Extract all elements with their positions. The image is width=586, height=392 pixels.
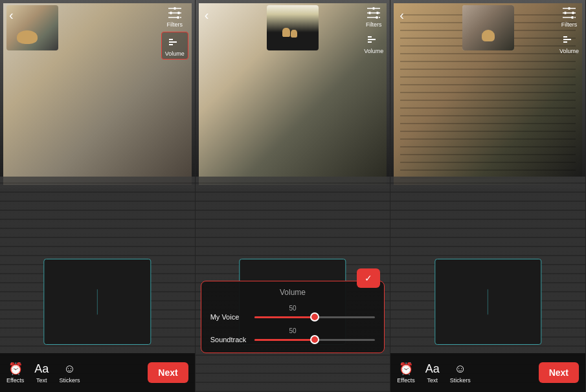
volume-button-3[interactable]: Volume [559,32,579,54]
trackpad-line-3 [488,289,488,314]
back-button-2[interactable]: ‹ [202,5,212,25]
filters-label-1: Filters [166,21,183,28]
filters-button-1[interactable]: Filters [166,5,183,28]
svg-point-9 [177,16,179,19]
my-voice-thumb [310,312,319,321]
effects-button-1[interactable]: ⏰ Effects [6,362,24,384]
back-button-1[interactable]: ‹ [6,5,16,25]
svg-point-13 [372,7,375,10]
trackpad-1 [44,259,151,345]
trackpad-3 [434,259,541,345]
panel-3: ‹ Filters [390,0,586,392]
soundtrack-label: Soundtrack [210,336,249,343]
soundtrack-label-row: Soundtrack [210,336,376,343]
svg-point-0 [174,7,176,10]
stickers-label-1: Stickers [59,377,80,384]
stickers-icon-1: ☺ [63,362,75,376]
text-button-3[interactable]: Aa Text [425,362,440,384]
stickers-button-3[interactable]: ☺ Stickers [450,362,471,384]
stickers-icon-3: ☺ [455,362,466,376]
svg-point-26 [568,7,570,10]
volume-confirm-button[interactable]: ✓ [357,268,380,288]
volume-label-2: Volume [364,48,383,54]
volume-icon-2 [366,32,381,47]
soundtrack-value: 50 [289,327,296,334]
panel-2: ‹ Filters [196,0,391,392]
soundtrack-fill [254,339,315,341]
toolbar-items-3: ⏰ Effects Aa Text ☺ Stickers [397,362,538,384]
next-button-3[interactable]: Next [539,362,579,383]
filters-label-2: Filters [366,21,382,28]
text-label-3: Text [427,377,438,384]
volume-overlay: Volume ✓ 50 My Voice 50 [201,281,385,353]
bottom-toolbar-3: ⏰ Effects Aa Text ☺ Stickers Next [390,353,585,392]
filters-icon-1 [167,5,183,21]
volume-title-row: Volume ✓ [210,288,376,297]
volume-overlay-title: Volume [280,288,306,297]
stickers-label-3: Stickers [450,377,471,384]
my-voice-label-row: My Voice [210,313,376,321]
panel-1: ‹ Filters [0,0,196,392]
svg-point-22 [376,16,378,19]
svg-point-14 [368,12,371,14]
svg-point-27 [564,12,567,14]
toolbar-items-1: ⏰ Effects Aa Text ☺ Stickers [6,362,148,384]
filters-icon-3 [561,5,577,21]
stickers-button-1[interactable]: ☺ Stickers [59,362,80,384]
volume-label-1: Volume [165,50,185,57]
effects-label-3: Effects [397,377,414,384]
top-right-controls-3: Filters Volume [559,5,579,54]
my-voice-slider-item: 50 My Voice [210,305,376,321]
top-right-controls-2: Filters Volume [364,5,383,54]
filters-button-3[interactable]: Filters [561,5,578,28]
soundtrack-value-row: 50 [210,327,376,334]
top-bar-1: ‹ Filters [0,0,195,32]
bottom-toolbar-1: ⏰ Effects Aa Text ☺ Stickers Next [0,353,195,392]
my-voice-label: My Voice [210,313,249,321]
back-button-3[interactable]: ‹ [397,5,407,25]
svg-point-35 [571,16,574,19]
volume-label-3: Volume [559,48,579,54]
top-bar-2: ‹ Filters [196,0,390,32]
text-icon-3: Aa [425,362,440,376]
soundtrack-slider-item: 50 Soundtrack [210,327,376,343]
volume-button-1[interactable]: Volume [161,32,188,60]
filters-button-2[interactable]: Filters [366,5,382,28]
volume-button-2[interactable]: Volume [364,32,383,54]
effects-icon-1: ⏰ [8,362,23,376]
trackpad-line-1 [97,289,98,314]
effects-icon-3: ⏰ [399,362,413,376]
soundtrack-thumb [310,335,319,344]
volume-icon-1 [167,34,183,50]
svg-point-1 [170,12,172,14]
text-button-1[interactable]: Aa Text [34,362,49,384]
my-voice-value-row: 50 [210,305,376,312]
filters-label-3: Filters [561,21,578,28]
next-button-1[interactable]: Next [148,362,188,383]
top-bar-3: ‹ Filters [390,0,585,32]
filters-icon-2 [366,5,381,21]
top-right-controls-1: Filters Volume [161,5,188,60]
my-voice-track[interactable] [254,316,376,318]
effects-button-3[interactable]: ⏰ Effects [397,362,414,384]
my-voice-value: 50 [289,305,296,312]
effects-label-1: Effects [6,377,24,384]
slider-row: 50 My Voice 50 Soundtrack [210,305,376,343]
text-icon-1: Aa [34,362,49,376]
text-label-1: Text [36,377,47,384]
my-voice-fill [254,316,315,318]
volume-icon-3 [561,32,577,47]
soundtrack-track[interactable] [254,339,376,341]
